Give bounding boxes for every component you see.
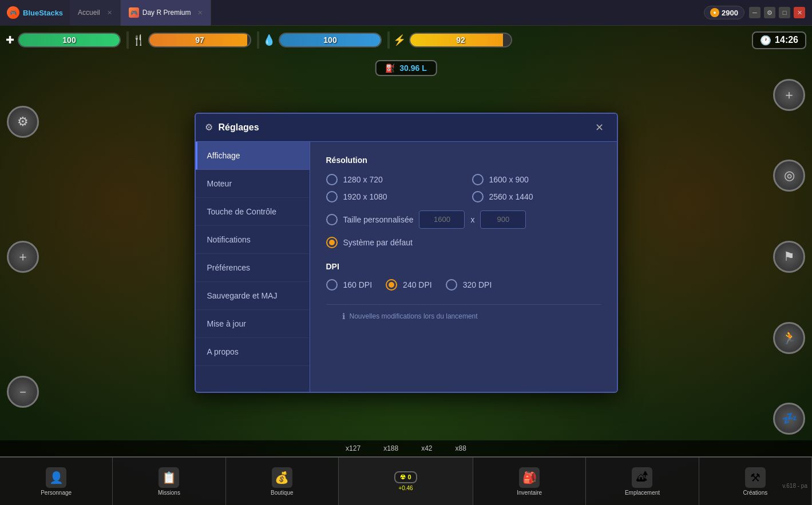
nav-affichage[interactable]: Affichage <box>196 142 310 170</box>
custom-height-input[interactable] <box>480 210 526 229</box>
dpi-row: 160 DPI 240 DPI 320 DPI <box>326 279 601 291</box>
nav-preferences-label: Préférences <box>207 263 250 272</box>
custom-x-separator: x <box>470 215 474 224</box>
resolution-1280[interactable]: 1280 x 720 <box>326 174 455 185</box>
modal-close-button[interactable]: ✕ <box>592 120 608 136</box>
dpi-160-label: 160 DPI <box>343 280 373 289</box>
radio-1920[interactable] <box>326 191 338 202</box>
nav-notifications-label: Notifications <box>207 235 251 244</box>
dpi-240[interactable]: 240 DPI <box>386 279 432 291</box>
resolution-2560[interactable]: 2560 x 1440 <box>472 191 601 202</box>
radio-system-default[interactable] <box>326 237 338 248</box>
resolution-1280-label: 1280 x 720 <box>343 175 383 184</box>
settings-modal: ⚙ Réglages ✕ Affichage Moteur Touche de … <box>195 113 618 393</box>
system-default-label: Système par défaut <box>343 238 413 247</box>
custom-size-label: Taille personnalisée <box>343 215 414 224</box>
info-icon: ℹ <box>342 312 345 321</box>
resolution-grid: 1280 x 720 1600 x 900 1920 x 1080 2560 x… <box>326 174 601 202</box>
modal-body: Affichage Moteur Touche de Contrôle Noti… <box>196 142 617 392</box>
resolution-2560-label: 2560 x 1440 <box>489 192 533 201</box>
dpi-title: DPI <box>326 262 601 271</box>
radio-custom[interactable] <box>326 214 338 225</box>
nav-sauvegarde-label: Sauvegarde et MAJ <box>207 291 278 300</box>
custom-width-input[interactable] <box>419 210 465 229</box>
nav-moteur[interactable]: Moteur <box>196 170 310 198</box>
modal-content: Résolution 1280 x 720 1600 x 900 1920 x … <box>310 142 617 392</box>
modal-header: ⚙ Réglages ✕ <box>196 114 617 142</box>
nav-miseajour-label: Mise à jour <box>207 319 246 328</box>
nav-apropos[interactable]: A propos <box>196 338 310 366</box>
nav-touche[interactable]: Touche de Contrôle <box>196 198 310 226</box>
dpi-160[interactable]: 160 DPI <box>326 279 373 291</box>
system-default-row: Système par défaut <box>326 237 601 248</box>
nav-affichage-label: Affichage <box>207 151 240 160</box>
nav-touche-label: Touche de Contrôle <box>207 207 276 216</box>
nav-sauvegarde[interactable]: Sauvegarde et MAJ <box>196 282 310 310</box>
nav-notifications[interactable]: Notifications <box>196 226 310 254</box>
radio-dpi-160[interactable] <box>326 279 338 291</box>
dpi-320-label: 320 DPI <box>463 280 492 289</box>
radio-2560[interactable] <box>472 191 484 202</box>
modal-footer: ℹ Nouvelles modifications lors du lancem… <box>326 304 601 328</box>
custom-size-row: Taille personnalisée x <box>326 210 601 229</box>
nav-apropos-label: A propos <box>207 347 239 356</box>
modal-title: Réglages <box>219 122 586 133</box>
dpi-320[interactable]: 320 DPI <box>446 279 492 291</box>
resolution-1920[interactable]: 1920 x 1080 <box>326 191 455 202</box>
settings-header-icon: ⚙ <box>205 122 213 133</box>
modal-overlay: ⚙ Réglages ✕ Affichage Moteur Touche de … <box>0 0 812 505</box>
resolution-title: Résolution <box>326 156 601 165</box>
radio-1600[interactable] <box>472 174 484 185</box>
footer-info-text: Nouvelles modifications lors du lancemen… <box>350 312 478 320</box>
resolution-1600[interactable]: 1600 x 900 <box>472 174 601 185</box>
radio-1280[interactable] <box>326 174 338 185</box>
dpi-240-label: 240 DPI <box>403 280 432 289</box>
radio-dpi-320[interactable] <box>446 279 457 291</box>
modal-sidebar: Affichage Moteur Touche de Contrôle Noti… <box>196 142 310 392</box>
nav-preferences[interactable]: Préférences <box>196 254 310 282</box>
resolution-1600-label: 1600 x 900 <box>489 175 529 184</box>
radio-dpi-240[interactable] <box>386 279 397 291</box>
nav-miseajour[interactable]: Mise à jour <box>196 310 310 338</box>
resolution-1920-label: 1920 x 1080 <box>343 192 387 201</box>
nav-moteur-label: Moteur <box>207 179 232 188</box>
